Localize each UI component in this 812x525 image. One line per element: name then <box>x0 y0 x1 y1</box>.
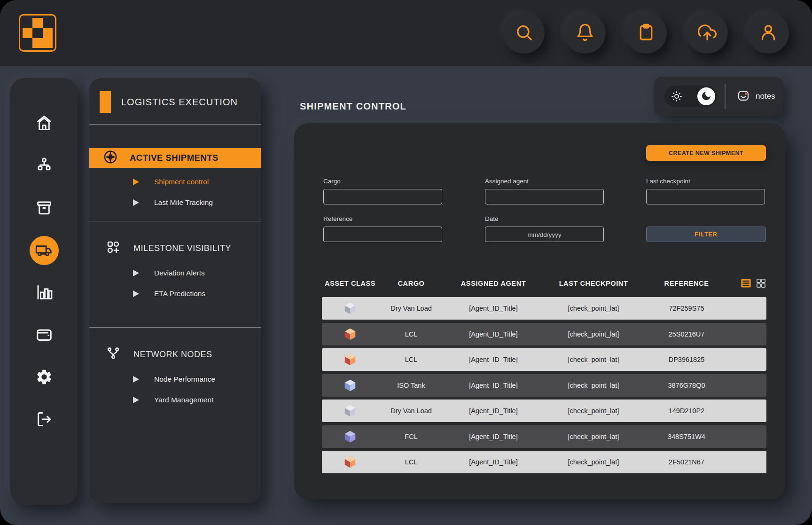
rail-item-inventory[interactable] <box>23 187 65 229</box>
dark-mode-button[interactable] <box>697 87 715 105</box>
grid-view-button[interactable] <box>756 278 766 289</box>
column-header-assigned-agent: ASSIGNED AGENT <box>444 280 543 287</box>
rail-item-analytics[interactable] <box>23 272 65 314</box>
shipment-row[interactable]: Dry Van Load [Agent_ID_Title] [check_poi… <box>322 400 766 422</box>
rail-item-logout[interactable] <box>23 399 65 441</box>
reference-input[interactable] <box>323 227 442 242</box>
nav-section-label: ACTIVE SHIPMENTS <box>130 153 219 163</box>
logout-icon <box>35 410 53 430</box>
nav-section-label: NETWORK NODES <box>133 350 212 360</box>
reference-cell: 72F259S75 <box>644 305 729 312</box>
nav-item-eta-predictions[interactable]: ETA Predictions <box>89 283 261 304</box>
shipment-row[interactable]: LCL [Agent_ID_Title] [check_point_lat] 2… <box>322 323 766 345</box>
last-checkpoint-cell: [check_point_lat] <box>543 305 644 312</box>
last-checkpoint-cell: [check_point_lat] <box>543 330 644 338</box>
nav-item-deviation-alerts[interactable]: Deviation Alerts <box>89 263 261 283</box>
last-checkpoint-cell: [check_point_lat] <box>543 433 644 440</box>
header-widgets: notes <box>654 77 783 116</box>
column-header-last-checkpoint: LAST CHECKPOINT <box>543 280 644 287</box>
nav-item-yard-management[interactable]: Yard Management <box>89 390 261 410</box>
last-checkpoint-cell: [check_point_lat] <box>543 382 644 389</box>
upload-button[interactable] <box>687 12 728 54</box>
divider <box>89 124 261 125</box>
asset-class-icon <box>322 353 378 367</box>
rail-item-shipments[interactable] <box>23 229 65 272</box>
assigned-agent-cell: [Agent_ID_Title] <box>444 458 543 466</box>
last-checkpoint-input[interactable] <box>646 189 765 204</box>
assigned-agent-cell: [Agent_ID_Title] <box>444 433 543 440</box>
triangle-icon <box>133 270 139 276</box>
nav-item-label: ETA Predictions <box>154 290 205 298</box>
nav-section-network-nodes[interactable]: NETWORK NODES <box>89 328 261 365</box>
rail-item-network[interactable] <box>23 145 65 187</box>
list-view-button[interactable] <box>741 278 751 289</box>
clipboard-icon <box>637 23 656 43</box>
accent-block <box>100 91 111 113</box>
cargo-cell: LCL <box>378 356 444 363</box>
theme-toggle[interactable] <box>664 86 717 107</box>
cargo-label: Cargo <box>323 178 442 185</box>
rail-item-billing[interactable] <box>23 314 65 356</box>
nav-item-label: Last Mile Tracking <box>154 198 213 207</box>
reference-cell: DP3961825 <box>644 356 729 363</box>
cargo-input[interactable] <box>323 189 442 204</box>
logo-cell <box>32 28 42 38</box>
search-button[interactable] <box>503 12 545 54</box>
asset-class-icon <box>322 378 378 392</box>
column-header-asset-class: ASSET CLASS <box>322 280 378 287</box>
date-field: Date <box>485 215 604 242</box>
divider <box>725 84 726 109</box>
clipboard-button[interactable] <box>625 12 667 54</box>
reference-cell: 2F5021N67 <box>644 458 729 466</box>
profile-button[interactable] <box>748 12 789 54</box>
last-checkpoint-cell: [check_point_lat] <box>543 458 644 466</box>
light-mode-button[interactable] <box>671 90 683 102</box>
assigned-agent-cell: [Agent_ID_Title] <box>444 356 543 363</box>
create-new-shipment-button[interactable]: CREATE NEW SHIPMENT <box>646 145 766 161</box>
date-input[interactable] <box>485 227 604 242</box>
nav-item-node-performance[interactable]: Node Performance <box>89 369 261 390</box>
logo-cell <box>32 38 42 48</box>
triangle-icon <box>133 199 139 206</box>
milestone-icon <box>106 240 120 256</box>
last-checkpoint-cell: [check_point_lat] <box>543 407 644 415</box>
notifications-button[interactable] <box>564 12 606 54</box>
shipment-row[interactable]: LCL [Agent_ID_Title] [check_point_lat] D… <box>322 348 766 371</box>
shipment-control-panel: CREATE NEW SHIPMENT Cargo Assigned agent… <box>294 123 785 499</box>
asset-class-icon <box>322 404 378 418</box>
assigned-agent-cell: [Agent_ID_Title] <box>444 382 543 389</box>
truck-icon <box>35 241 54 261</box>
cargo-field: Cargo <box>323 178 442 204</box>
shipment-row[interactable]: Dry Van Load [Agent_ID_Title] [check_poi… <box>322 297 766 320</box>
assigned-agent-input[interactable] <box>485 189 604 204</box>
asset-class-icon <box>322 430 378 444</box>
filter-button[interactable]: FILTER <box>646 227 766 242</box>
shipment-row[interactable]: LCL [Agent_ID_Title] [check_point_lat] 2… <box>322 451 766 473</box>
shipment-row[interactable]: ISO Tank [Agent_ID_Title] [check_point_l… <box>322 374 766 397</box>
nav-item-last-mile-tracking[interactable]: Last Mile Tracking <box>89 192 261 213</box>
shipment-row[interactable]: FCL [Agent_ID_Title] [check_point_lat] 3… <box>322 425 766 448</box>
rail-item-settings[interactable] <box>23 356 65 399</box>
home-icon <box>35 114 53 133</box>
nav-item-shipment-control[interactable]: Shipment control <box>89 172 261 192</box>
rail-item-home[interactable] <box>23 102 65 145</box>
list-view-icon <box>741 278 751 289</box>
network-icon <box>106 346 120 362</box>
cargo-cell: Dry Van Load <box>378 305 444 312</box>
bell-icon <box>576 23 594 43</box>
table-body: Dry Van Load [Agent_ID_Title] [check_poi… <box>322 297 766 473</box>
nav-item-label: Node Performance <box>154 375 215 384</box>
nav-section-active-shipments[interactable]: ACTIVE SHIPMENTS <box>89 148 261 168</box>
logo-cell <box>43 18 53 28</box>
notes-button[interactable]: notes <box>734 88 778 105</box>
asset-class-icon <box>322 455 378 469</box>
nav-section-milestone-visibility[interactable]: MILESTONE VISIBILITY <box>89 221 261 259</box>
asset-class-icon <box>322 301 378 315</box>
logo-cell <box>23 38 32 48</box>
search-icon <box>515 23 533 43</box>
nav-item-label: Yard Management <box>154 396 213 404</box>
gear-icon <box>35 368 53 387</box>
assigned-agent-field: Assigned agent <box>485 178 604 204</box>
assigned-agent-cell: [Agent_ID_Title] <box>444 330 543 338</box>
date-label: Date <box>485 215 604 223</box>
